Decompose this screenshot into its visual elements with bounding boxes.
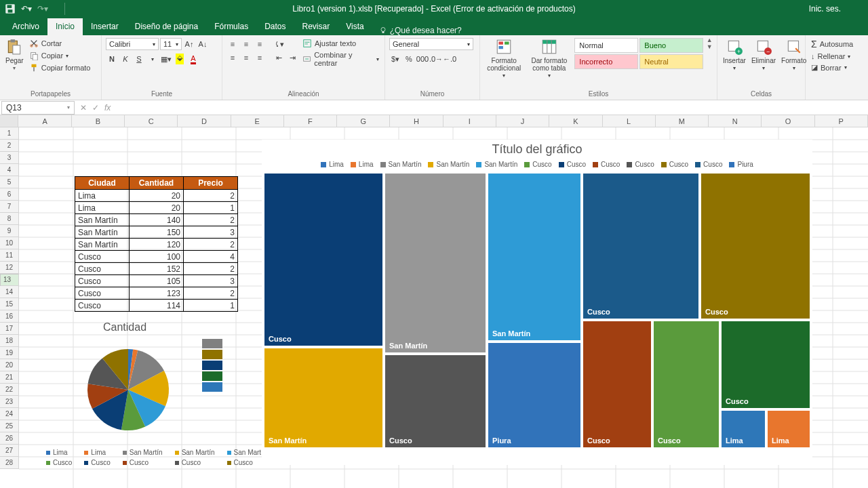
indent-button[interactable]: ⇥ — [286, 52, 298, 64]
currency-button[interactable]: $▾ — [389, 53, 401, 65]
align-top[interactable]: ≡ — [226, 38, 239, 50]
table-row[interactable]: Lima202 — [75, 190, 238, 202]
pegar-button[interactable]: Pegar ▾ — [4, 37, 25, 72]
row-header[interactable]: 12 — [0, 262, 19, 274]
col-header[interactable]: L — [603, 115, 656, 127]
row-header[interactable]: 28 — [0, 457, 19, 469]
percent-button[interactable]: % — [403, 53, 415, 65]
row-header[interactable]: 4 — [0, 164, 19, 176]
row-header[interactable]: 7 — [0, 201, 19, 213]
autosuma-button[interactable]: ΣAutosuma — [810, 38, 854, 50]
col-header[interactable]: M — [656, 115, 709, 127]
align-left[interactable]: ≡ — [226, 52, 239, 64]
row-header[interactable]: 15 — [0, 298, 19, 310]
row-header[interactable]: 26 — [0, 432, 19, 445]
col-header[interactable]: K — [549, 115, 602, 127]
borrar-button[interactable]: ◪Borrar▾ — [810, 62, 854, 73]
tab-diseno[interactable]: Diseño de página — [127, 18, 206, 35]
formula-input[interactable] — [115, 101, 868, 115]
row-header[interactable]: 18 — [0, 335, 19, 347]
tell-me[interactable]: ¿Qué desea hacer? — [372, 26, 469, 35]
treemap-cell[interactable]: San Martín — [384, 172, 487, 354]
style-normal[interactable]: Normal — [574, 38, 638, 53]
align-middle[interactable]: ≡ — [240, 38, 252, 50]
select-all[interactable] — [0, 115, 18, 127]
row-header[interactable]: 20 — [0, 359, 19, 371]
sign-in-link[interactable]: Inic. ses. — [809, 4, 841, 14]
fill-color-button[interactable]: ⬙ — [174, 53, 186, 65]
row-header[interactable]: 24 — [0, 408, 19, 420]
table-row[interactable]: Lima201 — [75, 202, 238, 214]
row-header[interactable]: 27 — [0, 445, 19, 457]
fx-icon[interactable]: fx — [104, 103, 111, 113]
comma-button[interactable]: 000 — [416, 53, 429, 65]
treemap-cell[interactable]: Cusco — [263, 172, 384, 347]
tab-archivo[interactable]: Archivo — [4, 18, 47, 35]
col-header[interactable]: J — [496, 115, 549, 127]
font-color-button[interactable]: A — [187, 53, 199, 65]
row-header[interactable]: 2 — [0, 140, 19, 152]
fmt-condicional-button[interactable]: Formato condicional▾ — [484, 37, 524, 79]
bold-button[interactable]: N — [106, 53, 118, 65]
treemap-cell[interactable]: San Martín — [487, 172, 582, 342]
table-row[interactable]: San Martín1202 — [75, 239, 238, 251]
row-header[interactable]: 17 — [0, 323, 19, 335]
col-header[interactable]: P — [815, 115, 868, 127]
col-header[interactable]: H — [390, 115, 443, 127]
underline-button[interactable]: S — [133, 53, 145, 65]
tab-datos[interactable]: Datos — [256, 18, 294, 35]
align-center[interactable]: ≡ — [240, 52, 252, 64]
row-header[interactable]: 11 — [0, 249, 19, 262]
col-header[interactable]: I — [443, 115, 496, 127]
name-box[interactable]: Q13▾ — [1, 101, 75, 115]
table-row[interactable]: San Martín1402 — [75, 214, 238, 226]
inc-decimal[interactable]: .0→ — [430, 53, 442, 65]
row-header[interactable]: 9 — [0, 225, 19, 237]
wrap-text-button[interactable]: Ajustar texto — [301, 38, 380, 49]
copiar-formato-button[interactable]: Copiar formato — [28, 62, 92, 73]
table-row[interactable]: Cusco1004 — [75, 251, 238, 263]
row-header[interactable]: 3 — [0, 152, 19, 164]
row-header[interactable]: 23 — [0, 396, 19, 408]
formato-button[interactable]: Formato▾ — [780, 37, 808, 72]
pie-chart[interactable] — [71, 339, 186, 443]
grow-font-button[interactable]: A↑ — [183, 38, 195, 50]
orientation-button[interactable]: ⤹▾ — [273, 38, 285, 50]
col-header[interactable]: F — [284, 115, 337, 127]
cancel-icon[interactable]: ✕ — [80, 103, 87, 113]
treemap-cell[interactable]: Cusco — [582, 172, 700, 320]
row-header[interactable]: 8 — [0, 213, 19, 225]
treemap-cell[interactable]: Lima — [720, 409, 766, 449]
enter-icon[interactable]: ✓ — [92, 103, 99, 113]
row-header[interactable]: 14 — [0, 286, 19, 298]
row-header[interactable]: 6 — [0, 188, 19, 201]
outdent-button[interactable]: ⇤ — [273, 52, 285, 64]
col-header[interactable]: A — [18, 115, 71, 127]
treemap-cell[interactable]: Cusco — [582, 320, 652, 449]
border-button[interactable]: ▦▾ — [160, 53, 172, 65]
treemap-cell[interactable]: Cusco — [700, 172, 811, 320]
table-row[interactable]: San Martín1503 — [75, 226, 238, 239]
merge-center-button[interactable]: Combinar y centrar▾ — [301, 50, 380, 68]
style-incorrecto[interactable]: Incorrecto — [574, 54, 638, 69]
tab-inicio[interactable]: Inicio — [47, 18, 83, 35]
col-header[interactable]: O — [762, 115, 814, 127]
align-bottom[interactable]: ≡ — [254, 38, 266, 50]
style-neutral[interactable]: Neutral — [639, 54, 703, 69]
treemap-cell[interactable]: Lima — [766, 409, 811, 449]
row-header[interactable]: 13 — [0, 274, 19, 286]
font-name-select[interactable]: Calibri▾ — [106, 38, 159, 50]
treemap-cell[interactable]: Cusco — [720, 320, 811, 409]
dec-decimal[interactable]: ←.0 — [443, 53, 456, 65]
row-header[interactable]: 19 — [0, 347, 19, 359]
styles-more[interactable]: ▲▼ — [706, 37, 713, 50]
font-size-select[interactable]: 11▾ — [160, 38, 182, 50]
row-header[interactable]: 21 — [0, 371, 19, 384]
col-header[interactable]: N — [709, 115, 762, 127]
row-header[interactable]: 16 — [0, 310, 19, 323]
cortar-button[interactable]: Cortar — [28, 38, 92, 49]
copiar-button[interactable]: Copiar▾ — [28, 50, 92, 61]
tab-vista[interactable]: Vista — [338, 18, 372, 35]
insertar-button[interactable]: +Insertar▾ — [722, 37, 747, 72]
table-row[interactable]: Cusco1053 — [75, 275, 238, 287]
